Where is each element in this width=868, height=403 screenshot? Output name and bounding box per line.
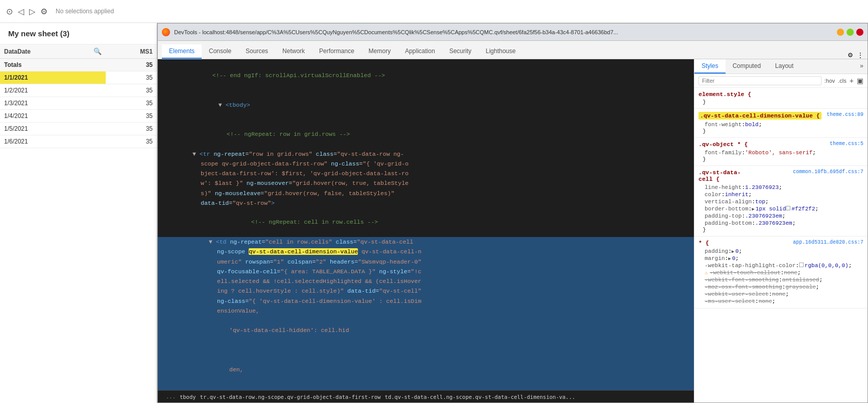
html-line: w': $last }" ng-mouseover="grid.hover(ro… [158,178,694,188]
table-row[interactable]: 1/4/2021 35 [0,110,157,123]
value-cell-0[interactable]: 35 [106,72,157,84]
html-line: <!-- end ngIf: scrollApi.virtualScrollEn… [158,61,694,90]
styles-filter-input[interactable] [698,76,822,85]
close-button[interactable] [856,29,863,36]
html-line-selected: ng-class="{ 'qv-st-data-cell-dimension-v… [158,296,694,306]
styles-tab-layout[interactable]: Layout [768,59,801,74]
table-row[interactable]: 1/3/2021 35 [0,97,157,110]
expand-arrow-icon[interactable]: ▶ [752,206,754,212]
qv-object-source[interactable]: theme.css:5 [830,141,863,147]
minimize-button[interactable] [837,29,844,36]
value-cell-5[interactable]: 35 [106,135,157,148]
color-swatch[interactable] [799,263,804,267]
html-line-selected[interactable]: ▼ <td ng-repeat="cell in row.cells" clas… [158,237,694,247]
styles-tab-styles[interactable]: Styles [694,59,726,74]
qv-st-data-cell-selector-2: cell { [698,176,719,182]
add-style-icon[interactable]: + [850,77,854,85]
style-line: -webkit-tap-highlight-color: rgba(0,0,0,… [698,262,863,269]
devtools-window: DevTools - localhost:4848/sense/app/C%3A… [157,23,868,403]
target-icon[interactable]: ⊙ [6,7,13,16]
no-selections-label: No selections applied [56,8,114,15]
style-line: margin: ▶ 0; [698,255,863,262]
html-line-selected: den, [158,365,694,374]
devtools-titlebar: DevTools - localhost:4848/sense/app/C%3A… [158,23,867,41]
value-cell-3[interactable]: 35 [106,110,157,123]
element-style-block: element.style { } [694,88,867,109]
tab-security[interactable]: Security [442,44,478,59]
element-style-selector: element.style { [698,91,752,98]
html-line: data-tid="qv-st-row"> [158,198,694,208]
expand-arrow-icon[interactable]: ▶ [728,256,731,262]
styles-tab-computed[interactable]: Computed [726,59,768,74]
style-line: color: inherit; [698,191,863,198]
value-cell-4[interactable]: 35 [106,123,157,135]
dim-value-source[interactable]: theme.css:89 [827,112,863,117]
more-options-icon[interactable]: ⋮ [857,52,863,59]
tab-elements[interactable]: Elements [162,44,202,59]
toggle-sidebar-icon[interactable]: ▣ [857,77,863,85]
breadcrumb-tbody[interactable]: tbody [180,394,196,400]
table-row[interactable]: 1/6/2021 35 [0,135,157,148]
html-line-selected: ing ? cell.hoverStyle : cell.style)" dat… [158,286,694,296]
style-line: -webkit-font-smoothing: antialiased; [698,276,863,283]
tab-console[interactable]: Console [202,44,238,59]
tab-lighthouse[interactable]: Lighthouse [478,44,523,59]
date-cell-2[interactable]: 1/3/2021 [0,97,106,110]
tab-sources[interactable]: Sources [238,44,275,59]
date-cell-1[interactable]: 1/2/2021 [0,84,106,97]
dim-value-selector: .qv-st-data-cell-dimension-value { [698,112,822,120]
html-line-selected: qv-focusable-cell="{ area: TABLE_AREA.DA… [158,267,694,276]
qlik-sheet: My new sheet (3) DataDate 🔍 MS1 Totals 3 [0,23,868,403]
styles-tab-bar: Styles Computed Layout » [694,59,867,74]
chrome-favicon [162,28,170,36]
back-icon[interactable]: ◁ [18,7,24,16]
table-row[interactable]: 1/2/2021 35 [0,84,157,97]
qlik-topbar: ⊙ ◁ ▷ ⚙ No selections applied [0,0,868,23]
tab-memory[interactable]: Memory [361,44,398,59]
style-line: -ms-user-select: none; [698,298,863,305]
expand-arrow-icon[interactable]: ▶ [732,249,734,254]
settings-gear-icon[interactable]: ⚙ [848,52,853,59]
date-cell-0[interactable]: 1/1/2021 [0,72,106,84]
html-line-selected: 'qv-st-data-cell-hidden': cell.hid [158,325,694,335]
html-panel[interactable]: <!-- end ngIf: scrollApi.virtualScrollEn… [158,59,694,390]
date-cell-3[interactable]: 1/4/2021 [0,110,106,123]
forward-icon[interactable]: ▷ [29,7,35,16]
styles-tab-more-icon[interactable]: » [856,59,867,74]
devtools-main: <!-- end ngIf: scrollApi.virtualScrollEn… [158,59,867,402]
breadcrumb-tr[interactable]: tr.qv-st-data-row.ng-scope.qv-grid-objec… [200,394,381,400]
cls-toggle[interactable]: .cls [838,78,847,84]
html-line: bject-data-first-row': $first, 'qv-grid-… [158,169,694,178]
tab-performance[interactable]: Performance [312,44,361,59]
devtools-tab-icons: ⚙ ⋮ [843,52,867,59]
tab-application[interactable]: Application [398,44,442,59]
table-row[interactable]: 1/5/2021 35 [0,123,157,135]
qv-st-data-cell-block: .qv-st-data- cell { common.10fb…695df.cs… [694,166,867,236]
style-line: -webkit-user-select: none; [698,291,863,298]
universal-source[interactable]: app.16d5311…de820.css:7 [793,240,863,245]
search-icon[interactable]: 🔍 [93,48,102,55]
style-line: border-bottom: ▶ 1px solid #f2f2f2; [698,205,863,212]
html-line-selected: ensionValue, [158,306,694,316]
style-close: } [698,128,863,134]
settings-icon[interactable]: ⚙ [40,7,47,16]
table-row[interactable]: 1/1/2021 35 [0,72,157,84]
breadcrumb-ellipsis[interactable]: ... [162,392,176,401]
topbar-icons: ⊙ ◁ ▷ ⚙ [6,7,47,16]
qv-st-data-cell-source[interactable]: common.10fb…695df.css:7 [793,169,863,175]
styles-filter-bar: :hov .cls + ▣ [694,74,867,88]
hov-toggle[interactable]: :hov [825,78,835,84]
date-cell-4[interactable]: 1/5/2021 [0,123,106,135]
html-line: s)" ng-mouseleave="grid.hover(row, false… [158,188,694,198]
styles-body: element.style { } .qv-st-data-cell-dimen… [694,88,867,402]
color-swatch[interactable] [786,206,790,210]
breadcrumb-td[interactable]: td.qv-st-data-cell.ng-scope.qv-st-data-c… [385,394,575,400]
qv-object-style-block: .qv-object * { theme.css:5 font-family: … [694,138,867,166]
value-cell-1[interactable]: 35 [106,84,157,97]
universal-selector: * { [698,240,709,246]
sheet-title: My new sheet (3) [0,23,157,44]
value-cell-2[interactable]: 35 [106,97,157,110]
tab-network[interactable]: Network [275,44,312,59]
maximize-button[interactable] [847,29,854,36]
date-cell-5[interactable]: 1/6/2021 [0,135,106,148]
